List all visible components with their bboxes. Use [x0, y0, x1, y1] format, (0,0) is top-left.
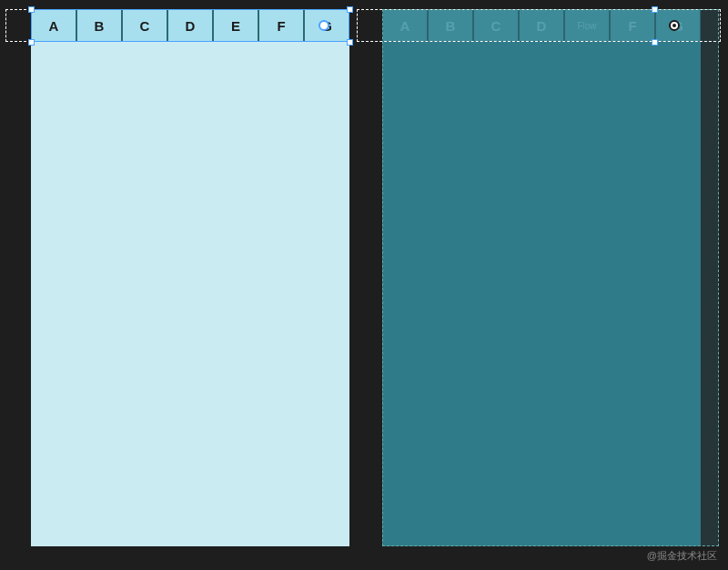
watermark: @掘金技术社区 — [647, 549, 717, 563]
header-cell[interactable]: F — [258, 9, 304, 42]
resize-handle[interactable] — [347, 39, 353, 46]
header-cell[interactable]: A — [382, 9, 428, 42]
frame-right[interactable]: A B C D Flow F G — [382, 9, 701, 546]
resize-handle[interactable] — [652, 39, 658, 46]
header-cell[interactable]: B — [428, 9, 473, 42]
header-cell[interactable]: E — [213, 9, 258, 42]
header-cell[interactable]: C — [122, 9, 167, 42]
frame-left[interactable]: A B C D E F G — [31, 9, 349, 546]
constraint-handle-icon[interactable] — [318, 20, 329, 31]
resize-handle[interactable] — [652, 6, 658, 13]
resize-handle[interactable] — [347, 6, 353, 13]
header-cell[interactable]: C — [473, 9, 519, 42]
design-canvas[interactable]: A B C D E F G A B C D Flow F G @掘金技术社区 — [0, 0, 728, 570]
header-row-left: A B C D E F G — [31, 9, 349, 42]
resize-handle[interactable] — [28, 39, 35, 46]
header-row-right: A B C D Flow F G — [382, 9, 701, 42]
resize-handle[interactable] — [28, 6, 35, 13]
header-cell[interactable]: D — [167, 9, 213, 42]
header-cell[interactable]: F — [610, 9, 655, 42]
header-cell[interactable]: B — [76, 9, 122, 42]
header-cell-flow[interactable]: Flow — [564, 9, 610, 42]
constraint-handle-icon[interactable] — [669, 20, 680, 31]
header-cell[interactable]: D — [519, 9, 564, 42]
header-cell[interactable]: A — [31, 9, 76, 42]
